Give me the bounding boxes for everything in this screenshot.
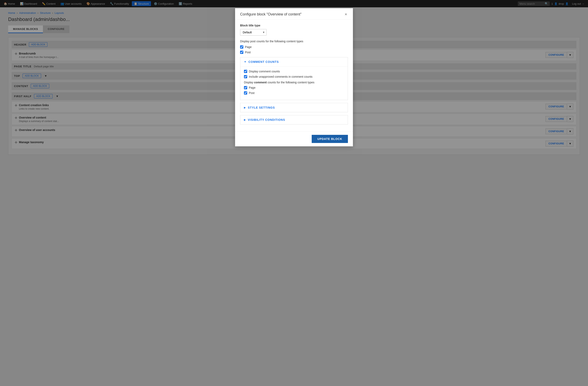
- post-counts-label: Display post counts for the following co…: [240, 40, 348, 43]
- unapproved-comments-checkbox[interactable]: [244, 75, 247, 78]
- modal-body: Block title type Default Custom Hidden N…: [235, 20, 353, 131]
- block-title-type-label: Block title type: [240, 24, 348, 27]
- post-count-page-checkbox[interactable]: [240, 45, 243, 49]
- modal-title: Configure block "Overview of content": [240, 12, 301, 17]
- comment-type-label: Display comment counts for the following…: [244, 81, 344, 84]
- unapproved-comments-row: Include unapproved comments in comment c…: [244, 75, 344, 78]
- block-title-type-select[interactable]: Default Custom Hidden None: [240, 29, 267, 36]
- comment-count-post-label: Post: [249, 91, 254, 95]
- display-comment-counts-row: Display comment counts: [244, 70, 344, 73]
- update-block-button[interactable]: UPDATE BLOCK: [312, 135, 348, 143]
- comment-count-page-row: Page: [244, 86, 344, 89]
- display-comment-counts-checkbox[interactable]: [244, 70, 247, 73]
- style-settings-title: STYLE SETTINGS: [248, 106, 275, 109]
- comment-count-page-checkbox[interactable]: [244, 86, 247, 89]
- comment-counts-accordion: ▼ COMMENT COUNTS Display comment counts …: [240, 57, 348, 100]
- comment-count-page-label: Page: [249, 86, 255, 89]
- post-count-post-checkbox[interactable]: [240, 51, 243, 54]
- comment-counts-accordion-body: Display comment counts Include unapprove…: [240, 66, 348, 100]
- comment-counts-accordion-header[interactable]: ▼ COMMENT COUNTS: [240, 57, 348, 66]
- unapproved-comments-label: Include unapproved comments in comment c…: [249, 75, 313, 78]
- display-comment-counts-label: Display comment counts: [249, 70, 280, 73]
- comment-counts-collapse-icon: ▼: [244, 61, 246, 63]
- post-count-post-row: Post: [240, 51, 348, 54]
- post-count-post-label: Post: [245, 51, 251, 54]
- comment-count-post-checkbox[interactable]: [244, 91, 247, 95]
- visibility-conditions-title: VISIBILITY CONDITIONS: [248, 118, 285, 122]
- configure-block-modal: Configure block "Overview of content" × …: [235, 8, 353, 146]
- block-title-type-select-wrap: Default Custom Hidden None ▼: [240, 29, 267, 36]
- post-count-page-label: Page: [245, 45, 252, 49]
- visibility-conditions-accordion-header[interactable]: ▶ VISIBILITY CONDITIONS: [240, 115, 348, 124]
- modal-close-button[interactable]: ×: [344, 12, 348, 17]
- style-settings-accordion-header[interactable]: ▶ STYLE SETTINGS: [240, 103, 348, 112]
- comment-count-post-row: Post: [244, 91, 344, 95]
- style-settings-accordion: ▶ STYLE SETTINGS: [240, 103, 348, 112]
- style-settings-expand-icon: ▶: [244, 106, 246, 109]
- comment-bold-label: comment: [254, 81, 267, 84]
- modal-footer: UPDATE BLOCK: [235, 131, 353, 146]
- comment-counts-title: COMMENT COUNTS: [249, 60, 279, 63]
- modal-header: Configure block "Overview of content" ×: [235, 8, 353, 20]
- post-count-page-row: Page: [240, 45, 348, 49]
- modal-overlay[interactable]: Configure block "Overview of content" × …: [0, 0, 588, 386]
- visibility-conditions-expand-icon: ▶: [244, 118, 246, 121]
- visibility-conditions-accordion: ▶ VISIBILITY CONDITIONS: [240, 115, 348, 124]
